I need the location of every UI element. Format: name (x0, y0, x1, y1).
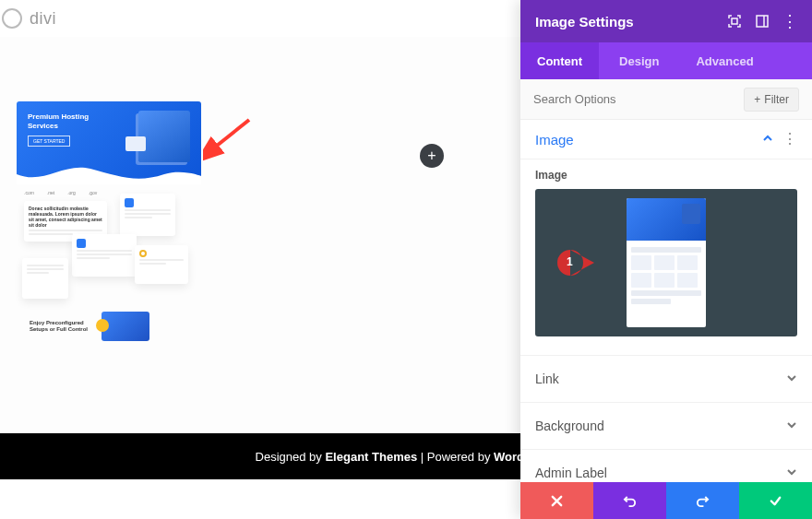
filter-label: Filter (764, 93, 789, 106)
svg-line-0 (212, 120, 249, 149)
mock-domain: .gov (89, 190, 97, 195)
mock-wave (17, 158, 201, 184)
marker-number: 1 (567, 255, 573, 268)
annotation-arrow-icon (203, 111, 258, 166)
mock-card (135, 245, 188, 284)
kebab-icon[interactable]: ⋮ (782, 136, 797, 143)
panel-header[interactable]: Image Settings ⋮ (520, 0, 812, 42)
plus-icon: + (754, 93, 760, 106)
section-background-header[interactable]: Background (520, 403, 812, 450)
divi-logo-icon (2, 8, 22, 29)
footer-powered: | Powered by (417, 450, 494, 464)
svg-rect-2 (757, 16, 768, 27)
section-title: Admin Label (535, 466, 786, 480)
chevron-down-icon (786, 371, 797, 387)
panel-action-bar (520, 482, 812, 519)
mock-hero-button: GET STARTED (28, 136, 70, 147)
undo-button[interactable] (593, 482, 666, 519)
panel-title: Image Settings (535, 14, 714, 29)
mock-footer-text: Enjoy Preconfigured Setups or Full Contr… (30, 320, 94, 332)
mock-card (120, 194, 175, 236)
plus-icon: + (427, 147, 436, 164)
logo-text: divi (30, 9, 56, 29)
search-row: + Filter (520, 79, 812, 120)
footer-brand[interactable]: Elegant Themes (325, 450, 417, 464)
snap-icon[interactable] (755, 14, 770, 29)
section-image-header[interactable]: Image ⋮ (520, 120, 812, 159)
discard-button[interactable] (520, 482, 593, 519)
mock-footer: Enjoy Preconfigured Setups or Full Contr… (17, 312, 201, 341)
tab-advanced[interactable]: Advanced (679, 42, 770, 79)
search-input[interactable] (533, 92, 744, 106)
tab-content[interactable]: Content (520, 42, 599, 79)
expand-icon[interactable] (727, 14, 742, 29)
section-title: Image (535, 132, 762, 147)
kebab-icon[interactable]: ⋮ (782, 14, 797, 29)
redo-button[interactable] (666, 482, 739, 519)
chevron-down-icon (786, 418, 797, 434)
save-button[interactable] (739, 482, 812, 519)
image-thumbnail (627, 198, 706, 327)
mock-card (22, 258, 68, 299)
svg-rect-1 (732, 18, 737, 24)
collapsed-sections: Link Background Admin Label (520, 356, 812, 482)
footer-designed: Designed by (256, 450, 326, 464)
section-title: Link (535, 372, 786, 386)
mock-hero: Premium Hosting Services GET STARTED (17, 101, 201, 184)
filter-button[interactable]: + Filter (744, 88, 799, 112)
mock-domain: .net (47, 190, 54, 195)
section-link-header[interactable]: Link (520, 356, 812, 403)
section-admin-label-header[interactable]: Admin Label (520, 450, 812, 482)
mock-hero-title: Premium Hosting Services (28, 112, 92, 130)
section-title: Background (535, 419, 786, 433)
mock-domain: .com (24, 190, 34, 195)
settings-panel: Image Settings ⋮ Content Design Advanced… (520, 0, 812, 519)
mock-hero-illustration (138, 111, 190, 162)
image-upload-well[interactable]: 1 (535, 189, 797, 336)
tab-design[interactable]: Design (599, 42, 679, 79)
mock-domain: .org (67, 190, 76, 195)
mock-card-text: Donec sollicitudin molestie malesuada. L… (29, 206, 102, 228)
add-module-button[interactable]: + (420, 144, 444, 168)
mock-cards: Donec sollicitudin molestie malesuada. L… (17, 201, 201, 293)
field-label: Image (535, 169, 797, 182)
image-module-preview[interactable]: Premium Hosting Services GET STARTED .co… (17, 101, 201, 341)
chevron-up-icon (762, 131, 773, 147)
annotation-marker: 1 (557, 250, 594, 276)
section-image-body: Image 1 (520, 159, 812, 356)
mock-footer-image (102, 312, 149, 341)
mock-card (72, 234, 137, 277)
chevron-down-icon (786, 465, 797, 481)
panel-tabs: Content Design Advanced (520, 42, 812, 79)
